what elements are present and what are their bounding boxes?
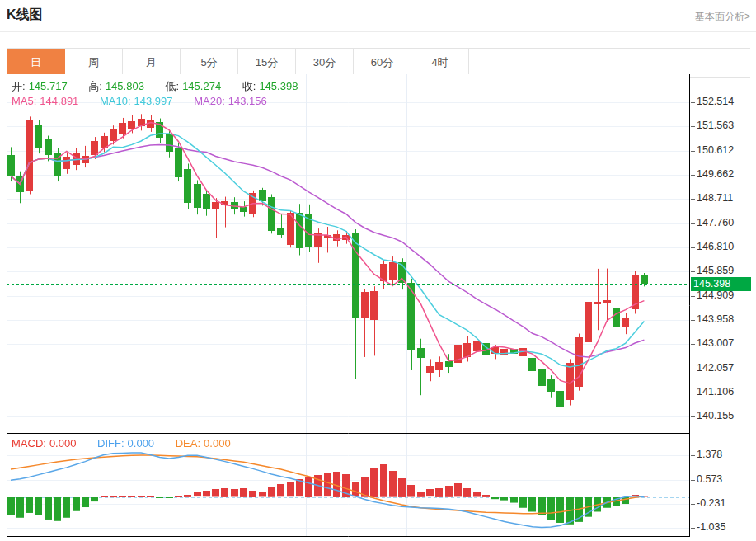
price-axis-label-tick (691, 296, 695, 297)
tab-月[interactable]: 月 (123, 49, 181, 77)
price-axis-label: 149.662 (697, 168, 734, 180)
price-axis-label-tick (691, 247, 695, 248)
ma5-value: 144.891 (40, 95, 78, 107)
ma10-label: MA10: (100, 95, 131, 107)
price-axis-label-tick (691, 151, 695, 152)
macd-axis-label: 1.378 (697, 449, 722, 460)
price-axis-label-tick (691, 175, 695, 176)
tab-5分[interactable]: 5分 (181, 49, 238, 77)
price-axis-label-tick (691, 320, 695, 321)
title-divider (0, 31, 756, 32)
ma20-value: 143.156 (228, 95, 267, 107)
kline-page: { "page": {"title": "K线图", "link": "基本面分… (0, 0, 756, 541)
macd-axis-label: -1.035 (697, 521, 725, 533)
open-label: 开: (12, 80, 26, 92)
price-axis-label: 140.155 (697, 410, 734, 421)
high-label: 高: (88, 80, 102, 92)
close-label: 收: (242, 80, 256, 92)
price-axis-label-tick (691, 369, 695, 369)
price-axis-label: 141.106 (697, 386, 734, 398)
price-axis-label: 147.760 (697, 217, 734, 228)
price-axis-label: 151.563 (697, 120, 734, 131)
price-axis-label: 143.007 (697, 337, 734, 349)
macd-label: MACD: (12, 437, 46, 449)
dea-value: 0.000 (204, 437, 231, 449)
price-axis-label-tick (691, 271, 695, 272)
ma-legend-row: MA5:144.891 MA10:143.997 MA20:143.156 (12, 95, 270, 107)
price-axis-label: 142.057 (697, 362, 734, 374)
current-price-badge: 145.398 (691, 277, 751, 291)
fundamental-analysis-link[interactable]: 基本面分析> (695, 10, 750, 24)
ma10-value: 143.997 (134, 95, 173, 107)
close-value: 145.398 (259, 80, 298, 92)
low-value: 145.274 (182, 80, 221, 92)
tab-日[interactable]: 日 (7, 49, 65, 77)
macd-axis-label-tick (691, 504, 695, 505)
price-axis-label-tick (691, 126, 695, 127)
price-axis-label: 145.859 (697, 265, 734, 276)
price-axis-label-tick (691, 416, 695, 417)
price-axis-label-tick (691, 102, 695, 103)
tab-60分[interactable]: 60分 (354, 49, 411, 77)
price-axis-label-tick (691, 199, 695, 200)
tab-4时[interactable]: 4时 (411, 49, 469, 77)
price-axis-label: 152.514 (697, 96, 734, 107)
price-axis-label-tick (691, 393, 695, 393)
price-axis-label: 143.958 (697, 313, 734, 325)
ma20-label: MA20: (194, 95, 225, 107)
tab-30分[interactable]: 30分 (296, 49, 354, 77)
diff-label: DIFF: (97, 437, 124, 449)
macd-axis-label: -0.231 (697, 497, 725, 509)
macd-value: 0.000 (49, 437, 77, 449)
dea-label: DEA: (176, 437, 200, 449)
price-axis-label-tick (691, 223, 695, 224)
candlestick-chart-canvas[interactable] (7, 74, 690, 537)
price-axis-label: 150.612 (697, 144, 734, 156)
page-title: K线图 (7, 7, 43, 24)
tab-15分[interactable]: 15分 (238, 49, 296, 77)
macd-axis-label-tick (691, 455, 695, 456)
high-value: 145.803 (106, 80, 144, 92)
price-axis-label: 144.909 (697, 289, 734, 301)
diff-value: 0.000 (128, 437, 155, 449)
tab-周[interactable]: 周 (65, 49, 123, 77)
price-axis-label-tick (691, 344, 695, 345)
price-axis-label: 148.711 (697, 192, 733, 204)
open-value: 145.717 (29, 80, 68, 92)
low-label: 低: (166, 80, 180, 92)
macd-legend-row: MACD:0.000 DIFF:0.000 DEA:0.000 (12, 437, 234, 449)
ma5-label: MA5: (12, 95, 36, 107)
macd-axis-label-tick (691, 480, 695, 481)
period-tabbar: 日周月5分15分30分60分4时 (7, 48, 750, 78)
macd-axis-label: 0.573 (697, 473, 722, 485)
macd-axis-label-tick (691, 528, 695, 529)
price-axis-label: 146.810 (697, 241, 734, 252)
ohlc-row: 开:145.717 高:145.803 低:145.274 收:145.398 (12, 79, 301, 94)
